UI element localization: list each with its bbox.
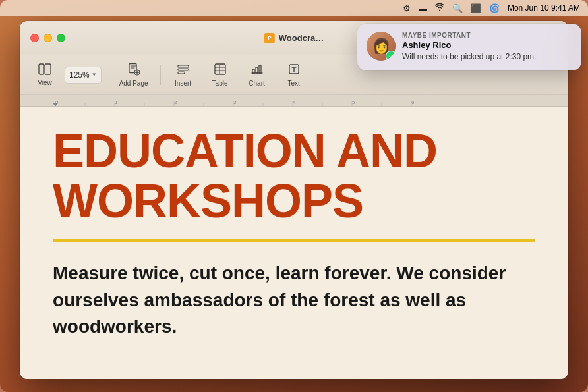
document-body: Measure twice, cut once, learn forever. … bbox=[53, 260, 535, 341]
text-button[interactable]: Text bbox=[277, 60, 311, 90]
svg-rect-7 bbox=[215, 64, 225, 74]
notification-content: MAYBE IMPORTANT Ashley Rico Will needs t… bbox=[402, 32, 572, 63]
svg-text:4: 4 bbox=[293, 99, 296, 105]
svg-text:1: 1 bbox=[115, 99, 118, 105]
notification-avatar: 👩 bbox=[367, 32, 396, 61]
menubar-right: ⚙ ▬ 🔍 ⬛ 🌀 Mon Jun 10 9:41 AM bbox=[403, 3, 580, 13]
battery-icon: ▬ bbox=[419, 3, 427, 13]
traffic-lights bbox=[30, 34, 65, 42]
minimize-button[interactable] bbox=[44, 34, 52, 42]
add-page-button[interactable]: Add Page bbox=[113, 60, 155, 90]
document-content: EDUCATION AND WORKSHOPS Measure twice, c… bbox=[20, 107, 568, 379]
display-icon[interactable]: ⬛ bbox=[471, 3, 481, 13]
zoom-arrow-icon: ▼ bbox=[92, 72, 97, 78]
view-icon bbox=[38, 63, 51, 77]
table-icon bbox=[214, 63, 227, 78]
document-divider bbox=[53, 239, 535, 242]
svg-rect-6 bbox=[178, 72, 185, 74]
insert-button[interactable]: Insert bbox=[166, 60, 200, 90]
svg-rect-4 bbox=[178, 65, 189, 67]
svg-rect-5 bbox=[178, 69, 189, 70]
notification-sender: Ashley Rico bbox=[402, 40, 572, 50]
notification-app-badge bbox=[386, 51, 396, 61]
chart-label: Chart bbox=[249, 80, 264, 87]
notification-message: Will needs to be picked up at 2:30 pm. bbox=[402, 51, 572, 63]
svg-text:5: 5 bbox=[352, 99, 355, 105]
insert-label: Insert bbox=[175, 80, 191, 87]
heading-line2: WORKSHOPS bbox=[53, 177, 535, 227]
heading-line1: EDUCATION AND bbox=[53, 126, 535, 177]
zoom-value: 125% bbox=[69, 70, 90, 80]
chart-icon bbox=[250, 63, 264, 78]
maximize-button[interactable] bbox=[57, 34, 65, 42]
siri-icon[interactable]: 🌀 bbox=[489, 3, 500, 13]
svg-text:3: 3 bbox=[233, 99, 237, 105]
svg-rect-1 bbox=[45, 64, 51, 74]
add-page-label: Add Page bbox=[119, 80, 148, 87]
desktop: ⚙ ▬ 🔍 ⬛ 🌀 Mon Jun 10 9:41 AM bbox=[0, 0, 588, 392]
notification[interactable]: 👩 MAYBE IMPORTANT Ashley Rico Will needs… bbox=[357, 24, 581, 70]
svg-rect-0 bbox=[39, 64, 44, 74]
text-label: Text bbox=[287, 80, 299, 87]
app-window: P Woodcra… View 125% ▼ bbox=[20, 21, 568, 379]
svg-text:6: 6 bbox=[411, 99, 415, 105]
gear-icon[interactable]: ⚙ bbox=[403, 3, 411, 13]
table-button[interactable]: Table bbox=[203, 60, 237, 90]
ruler: 0 1 2 3 4 5 6 bbox=[20, 95, 568, 107]
notification-importance: MAYBE IMPORTANT bbox=[402, 32, 572, 39]
toolbar-separator-2 bbox=[160, 65, 161, 85]
ruler-svg: 0 1 2 3 4 5 6 bbox=[20, 95, 568, 107]
window-title: P Woodcra… bbox=[264, 33, 324, 43]
zoom-control[interactable]: 125% ▼ bbox=[65, 67, 102, 84]
search-icon[interactable]: 🔍 bbox=[452, 3, 463, 13]
menubar: ⚙ ▬ 🔍 ⬛ 🌀 Mon Jun 10 9:41 AM bbox=[0, 0, 588, 16]
svg-text:2: 2 bbox=[174, 99, 177, 105]
insert-icon bbox=[177, 63, 190, 78]
add-page-icon bbox=[127, 63, 140, 78]
menubar-datetime: Mon Jun 10 9:41 AM bbox=[508, 3, 580, 13]
document-icon: P bbox=[264, 33, 275, 43]
toolbar-separator-1 bbox=[107, 65, 107, 85]
view-button[interactable]: View bbox=[28, 61, 62, 89]
close-button[interactable] bbox=[30, 34, 39, 42]
view-label: View bbox=[38, 79, 52, 86]
text-icon bbox=[287, 63, 301, 78]
table-label: Table bbox=[212, 80, 228, 87]
document-heading: EDUCATION AND WORKSHOPS bbox=[53, 126, 535, 226]
window-title-text: Woodcra… bbox=[279, 33, 324, 43]
wifi-icon[interactable] bbox=[435, 3, 444, 13]
svg-point-31 bbox=[388, 53, 394, 59]
chart-button[interactable]: Chart bbox=[240, 60, 274, 90]
